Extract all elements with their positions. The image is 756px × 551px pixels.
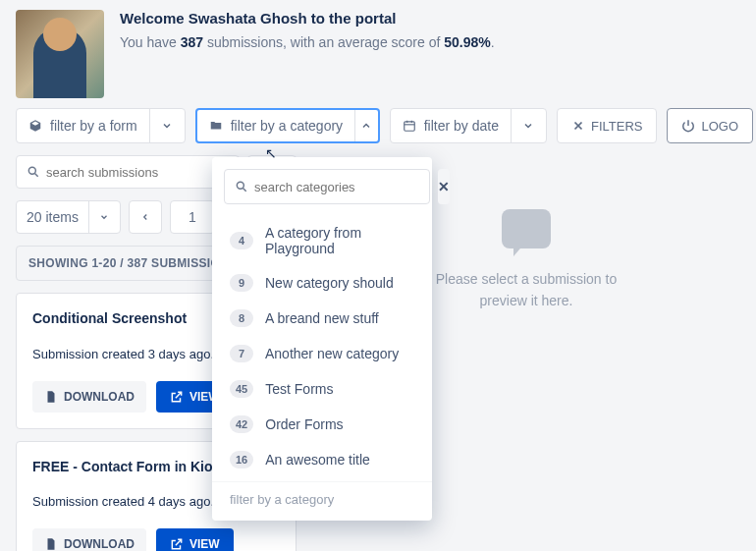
calendar-icon <box>403 119 416 133</box>
preview-placeholder: Please select a submission to preview it… <box>436 268 617 312</box>
chevron-up-icon[interactable] <box>354 110 378 141</box>
page-size-select[interactable]: 20 items <box>16 200 121 234</box>
dropdown-item-label: A breand new stuff <box>265 310 379 326</box>
welcome-suffix: to the portal <box>307 10 397 27</box>
filter-date-select[interactable]: filter by date <box>390 108 547 143</box>
chevron-down-icon[interactable] <box>149 109 185 142</box>
clear-filters-label: FILTERS <box>591 119 643 134</box>
external-link-icon <box>170 390 184 404</box>
count-badge: 45 <box>230 380 253 398</box>
count-badge: 8 <box>230 309 253 327</box>
download-button[interactable]: DOWNLOAD <box>32 528 146 551</box>
close-icon: ✕ <box>438 179 450 194</box>
dropdown-item-label: Test Forms <box>265 381 333 397</box>
file-icon <box>44 390 58 404</box>
filter-category-select[interactable]: filter by a category <box>195 108 380 143</box>
category-dropdown: ✕ 4A category from Playground 9New categ… <box>212 157 432 521</box>
filter-form-select[interactable]: filter by a form <box>16 108 186 143</box>
count-badge: 16 <box>230 451 253 468</box>
folder-icon <box>209 119 223 133</box>
search-icon <box>235 180 248 193</box>
count-badge: 4 <box>230 232 253 249</box>
external-link-icon <box>170 537 184 551</box>
search-submissions-input[interactable] <box>16 155 240 189</box>
welcome-subtext: You have 387 submissions, with an averag… <box>120 34 495 50</box>
svg-point-7 <box>28 167 35 174</box>
filter-form-label: filter by a form <box>50 118 137 134</box>
view-button[interactable]: VIEW <box>156 528 234 551</box>
page-size-label: 20 items <box>27 209 79 225</box>
close-icon <box>571 119 585 133</box>
filter-category-label: filter by a category <box>231 118 343 134</box>
count-badge: 7 <box>230 345 253 362</box>
chevron-down-icon[interactable] <box>511 109 546 142</box>
welcome-prefix: Welcome <box>120 10 189 27</box>
svg-line-10 <box>243 188 245 191</box>
dropdown-search-field[interactable] <box>254 180 419 194</box>
clear-filters-button[interactable]: FILTERS <box>557 108 658 143</box>
svg-line-8 <box>34 173 37 176</box>
search-icon <box>27 165 40 179</box>
dropdown-item[interactable]: 45Test Forms <box>212 371 432 407</box>
page-number-input[interactable]: 1 <box>170 200 215 234</box>
prev-page-button[interactable] <box>129 200 162 234</box>
dropdown-item-label: An awesome title <box>265 452 370 468</box>
power-icon <box>681 119 695 133</box>
dropdown-item-label: New category should <box>265 275 394 291</box>
download-button[interactable]: DOWNLOAD <box>32 381 146 413</box>
dropdown-item[interactable]: 7Another new category <box>212 336 432 371</box>
count-badge: 9 <box>230 274 253 292</box>
dropdown-list: 4A category from Playground 9New categor… <box>212 216 432 477</box>
submission-count: 387 <box>181 34 203 50</box>
dropdown-item[interactable]: 4A category from Playground <box>212 216 432 265</box>
dropdown-item-label: A category from Playground <box>265 225 414 256</box>
dropdown-item[interactable]: 8A breand new stuff <box>212 301 432 336</box>
file-icon <box>44 537 58 551</box>
avg-score: 50.98% <box>444 34 490 50</box>
cube-icon <box>28 119 42 133</box>
dropdown-footer: filter by a category <box>212 481 432 509</box>
filter-date-label: filter by date <box>424 118 499 134</box>
welcome-heading: Welcome Swashata Ghosh to the portal <box>120 10 495 27</box>
search-input-field[interactable] <box>46 165 229 180</box>
avatar <box>16 10 104 98</box>
dropdown-item[interactable]: 9New category should <box>212 265 432 301</box>
dropdown-search-input[interactable] <box>224 169 430 204</box>
svg-point-9 <box>237 182 243 189</box>
dropdown-item-label: Another new category <box>265 346 399 361</box>
dropdown-item[interactable]: 16An awesome title <box>212 442 432 477</box>
chevron-down-icon[interactable] <box>88 201 120 233</box>
logout-button[interactable]: LOGO <box>667 108 753 143</box>
dropdown-close-button[interactable]: ✕ <box>438 169 450 204</box>
chat-bubble-icon <box>502 209 551 248</box>
svg-rect-0 <box>404 122 414 131</box>
logout-label: LOGO <box>701 119 738 134</box>
dropdown-item[interactable]: 42Order Forms <box>212 407 432 442</box>
dropdown-item-label: Order Forms <box>265 416 343 432</box>
user-name: Swashata Ghosh <box>189 10 307 27</box>
count-badge: 42 <box>230 415 253 433</box>
